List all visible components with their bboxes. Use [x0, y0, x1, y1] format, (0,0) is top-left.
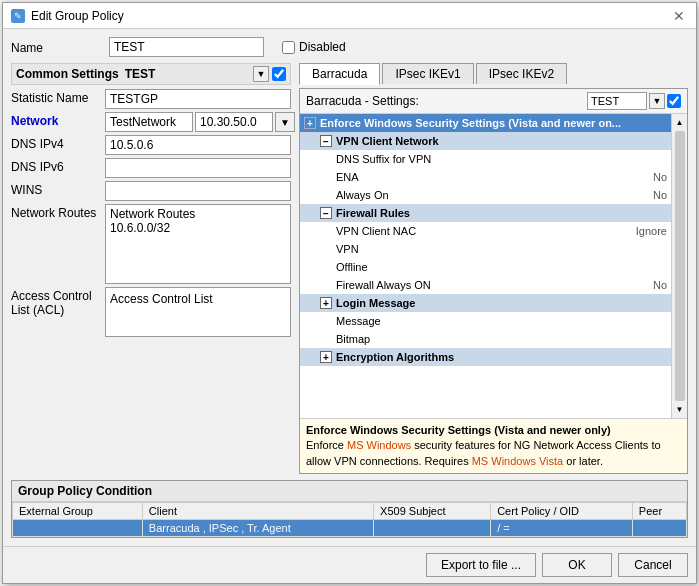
acl-area: Access Control List: [105, 287, 291, 337]
window-title: Edit Group Policy: [31, 9, 124, 23]
statistic-name-row: Statistic Name: [11, 89, 291, 109]
cell-peer: [632, 520, 686, 537]
firewall-expand[interactable]: −: [320, 207, 332, 219]
network-label[interactable]: Network: [11, 112, 101, 128]
vpn-network-expand[interactable]: −: [320, 135, 332, 147]
tree-item-message[interactable]: Message: [300, 312, 671, 330]
scroll-up[interactable]: ▲: [672, 114, 688, 130]
col-peer: Peer: [632, 503, 686, 520]
close-button[interactable]: ✕: [670, 7, 688, 25]
network-ip-input[interactable]: [195, 112, 273, 132]
tab-content: Barracuda - Settings: ▼ +: [299, 88, 688, 474]
dns-ipv6-label: DNS IPv6: [11, 158, 101, 174]
vpn-network-label: VPN Client Network: [336, 135, 439, 147]
network-name-input[interactable]: [105, 112, 193, 132]
enforce-expand[interactable]: +: [304, 117, 316, 129]
tree-scrollbar[interactable]: ▲ ▼: [671, 114, 687, 418]
left-panel: Common Settings TEST ▼ Statistic Name: [11, 63, 291, 474]
tree-item-dns-suffix[interactable]: DNS Suffix for VPN: [300, 150, 671, 168]
wins-input[interactable]: [105, 181, 291, 201]
right-panel: Barracuda IPsec IKEv1 IPsec IKEv2 Barrac…: [299, 63, 688, 474]
cell-cert-policy: / =: [491, 520, 633, 537]
tab-ipsec-ikev2[interactable]: IPsec IKEv2: [476, 63, 567, 84]
dns-ipv6-input[interactable]: [105, 158, 291, 178]
dns-ipv4-input[interactable]: [105, 135, 291, 155]
tree-item-enforce[interactable]: + Enforce Windows Security Settings (Vis…: [300, 114, 671, 132]
window-icon: ✎: [11, 9, 25, 23]
network-row: Network ▼: [11, 112, 291, 132]
table-container: External Group Client X509 Subject Cert …: [12, 502, 687, 537]
group-policy-section: Group Policy Condition External Group Cl…: [11, 480, 688, 538]
ena-label: ENA: [336, 171, 359, 183]
tree-item-vpn-nac[interactable]: VPN Client NAC Ignore: [300, 222, 671, 240]
network-dropdown[interactable]: ▼: [275, 112, 295, 132]
main-window: ✎ Edit Group Policy ✕ Name Disabled Comm…: [2, 2, 697, 584]
tree-item-encryption[interactable]: + Encryption Algorithms: [300, 348, 671, 366]
dns-suffix-label: DNS Suffix for VPN: [336, 153, 431, 165]
settings-dropdown-group: ▼: [587, 92, 681, 110]
title-bar-left: ✎ Edit Group Policy: [11, 9, 124, 23]
tree-item-always-on[interactable]: Always On No: [300, 186, 671, 204]
info-box-text2: allow VPN connections. Requires MS Windo…: [306, 455, 603, 467]
always-on-value: No: [653, 189, 667, 201]
tab-ipsec-ikev1[interactable]: IPsec IKEv1: [382, 63, 473, 84]
offline-label: Offline: [336, 261, 368, 273]
cell-x509: [374, 520, 491, 537]
acl-label: Access Control List (ACL): [11, 287, 101, 317]
tree-item-ena[interactable]: ENA No: [300, 168, 671, 186]
form-grid: Statistic Name Network ▼ DN: [11, 89, 291, 474]
disabled-checkbox[interactable]: [282, 41, 295, 54]
dns-ipv4-label: DNS IPv4: [11, 135, 101, 151]
table-row[interactable]: Barracuda , IPSec , Tr. Agent / =: [13, 520, 687, 537]
tree-item-firewall-always-on[interactable]: Firewall Always ON No: [300, 276, 671, 294]
info-box-title: Enforce Windows Security Settings (Vista…: [306, 424, 611, 436]
dns-ipv6-row: DNS IPv6: [11, 158, 291, 178]
firewall-always-on-value: No: [653, 279, 667, 291]
name-input[interactable]: [109, 37, 264, 57]
export-button[interactable]: Export to file ...: [426, 553, 536, 577]
encryption-label: Encryption Algorithms: [336, 351, 454, 363]
disabled-row: Disabled: [282, 40, 346, 54]
footer: Export to file ... OK Cancel: [3, 546, 696, 583]
settings-dropdown-btn[interactable]: ▼: [649, 93, 665, 109]
vpn-label: VPN: [336, 243, 359, 255]
message-label: Message: [336, 315, 381, 327]
firewall-label: Firewall Rules: [336, 207, 410, 219]
tree-item-login[interactable]: + Login Message: [300, 294, 671, 312]
network-routes-row: Network Routes Network Routes 10.6.0.0/3…: [11, 204, 291, 284]
col-external-group: External Group: [13, 503, 143, 520]
ena-value: No: [653, 171, 667, 183]
common-settings-dropdown[interactable]: ▼: [253, 66, 269, 82]
ok-button[interactable]: OK: [542, 553, 612, 577]
settings-profile-input[interactable]: [587, 92, 647, 110]
network-routes-textarea[interactable]: Network Routes 10.6.0.0/32: [105, 204, 291, 284]
login-expand[interactable]: +: [320, 297, 332, 309]
wins-label: WINS: [11, 181, 101, 197]
header-controls: ▼: [253, 66, 286, 82]
scroll-down[interactable]: ▼: [672, 402, 688, 418]
tree-item-firewall[interactable]: − Firewall Rules: [300, 204, 671, 222]
cell-external-group: [13, 520, 143, 537]
tree-item-vpn-network[interactable]: − VPN Client Network: [300, 132, 671, 150]
col-cert-policy: Cert Policy / OID: [491, 503, 633, 520]
tab-barracuda[interactable]: Barracuda: [299, 63, 380, 85]
common-settings-header: Common Settings TEST ▼: [11, 63, 291, 85]
common-settings-check[interactable]: [272, 67, 286, 81]
tree-item-offline[interactable]: Offline: [300, 258, 671, 276]
cancel-button[interactable]: Cancel: [618, 553, 688, 577]
encryption-expand[interactable]: +: [320, 351, 332, 363]
statistic-name-input[interactable]: [105, 89, 291, 109]
name-row: Name Disabled: [11, 37, 688, 57]
cell-client: Barracuda , IPSec , Tr. Agent: [142, 520, 373, 537]
bitmap-label: Bitmap: [336, 333, 370, 345]
tree-item-bitmap[interactable]: Bitmap: [300, 330, 671, 348]
firewall-always-on-label: Firewall Always ON: [336, 279, 431, 291]
main-area: Common Settings TEST ▼ Statistic Name: [11, 63, 688, 474]
window-content: Name Disabled Common Settings TEST ▼: [3, 29, 696, 546]
tree-item-vpn[interactable]: VPN: [300, 240, 671, 258]
common-settings-profile: TEST: [125, 67, 156, 81]
tree-container: + Enforce Windows Security Settings (Vis…: [300, 114, 671, 418]
info-box: Enforce Windows Security Settings (Vista…: [300, 418, 687, 473]
settings-check[interactable]: [667, 94, 681, 108]
tree-scroll-area: + Enforce Windows Security Settings (Vis…: [300, 114, 687, 418]
